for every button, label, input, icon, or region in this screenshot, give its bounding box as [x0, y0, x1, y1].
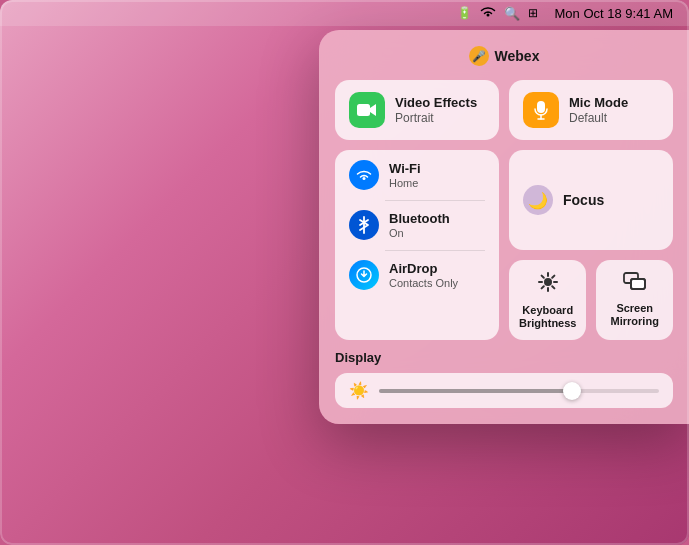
svg-rect-0 — [357, 104, 370, 116]
bluetooth-item[interactable]: Bluetooth On — [335, 200, 499, 250]
airdrop-icon — [355, 266, 373, 284]
video-effects-icon-bg — [349, 92, 385, 128]
middle-row: Wi-Fi Home Bluetooth — [335, 150, 673, 340]
wifi-item[interactable]: Wi-Fi Home — [335, 150, 499, 200]
svg-line-12 — [552, 286, 554, 288]
focus-icon: 🌙 — [523, 185, 553, 215]
bluetooth-title: Bluetooth — [389, 211, 450, 227]
airdrop-subtitle: Contacts Only — [389, 277, 458, 289]
airdrop-icon-bg — [349, 260, 379, 290]
battery-icon: 🔋 — [457, 6, 472, 20]
mic-mode-tile[interactable]: Mic Mode Default — [509, 80, 673, 140]
wifi-title: Wi-Fi — [389, 161, 421, 177]
video-effects-subtitle: Portrait — [395, 111, 477, 125]
brightness-slider-fill — [379, 389, 575, 393]
small-tiles-row: KeyboardBrightness — [509, 260, 673, 340]
keyboard-brightness-tile[interactable]: KeyboardBrightness — [509, 260, 586, 340]
focus-title: Focus — [563, 192, 604, 208]
webex-label: Webex — [495, 48, 540, 64]
brightness-icon: ☀️ — [349, 381, 369, 400]
bluetooth-subtitle: On — [389, 227, 450, 239]
focus-tile[interactable]: 🌙 Focus — [509, 150, 673, 250]
video-effects-title: Video Effects — [395, 95, 477, 111]
control-center-panel: 🎤 Webex Video Effects Portrait — [319, 30, 689, 424]
keyboard-brightness-icon — [536, 270, 560, 300]
airdrop-text: AirDrop Contacts Only — [389, 261, 458, 289]
wifi-menubar-icon[interactable] — [480, 4, 496, 22]
right-column: 🌙 Focus — [509, 150, 673, 340]
top-row: Video Effects Portrait Mic Mode Defaul — [335, 80, 673, 140]
webex-icon: 🎤 — [469, 46, 489, 66]
svg-line-14 — [541, 286, 543, 288]
control-center-icon[interactable]: ⊞ — [528, 6, 538, 20]
keyboard-brightness-label: KeyboardBrightness — [519, 304, 576, 330]
webex-header: 🎤 Webex — [335, 46, 673, 66]
mic-mode-text: Mic Mode Default — [569, 95, 628, 126]
screen-mirroring-icon — [623, 272, 647, 298]
screen-mirroring-label: ScreenMirroring — [611, 302, 659, 328]
bluetooth-text: Bluetooth On — [389, 211, 450, 239]
screen-mirroring-tile[interactable]: ScreenMirroring — [596, 260, 673, 340]
wifi-subtitle: Home — [389, 177, 421, 189]
mic-mode-icon-bg — [523, 92, 559, 128]
video-effects-text: Video Effects Portrait — [395, 95, 477, 126]
display-section: Display ☀️ — [335, 350, 673, 408]
bluetooth-icon-bg — [349, 210, 379, 240]
mic-mode-subtitle: Default — [569, 111, 628, 125]
brightness-slider[interactable] — [379, 389, 659, 393]
wifi-text: Wi-Fi Home — [389, 161, 421, 189]
display-slider-container: ☀️ — [335, 373, 673, 408]
wifi-icon — [349, 160, 379, 190]
airdrop-item[interactable]: AirDrop Contacts Only — [335, 250, 499, 300]
brightness-slider-thumb — [563, 382, 581, 400]
network-stack: Wi-Fi Home Bluetooth — [335, 150, 499, 340]
microphone-icon — [534, 100, 548, 120]
airdrop-title: AirDrop — [389, 261, 458, 277]
search-menubar-icon[interactable]: 🔍 — [504, 6, 520, 21]
display-section-label: Display — [335, 350, 673, 365]
svg-rect-1 — [537, 101, 545, 113]
video-camera-icon — [356, 102, 378, 118]
bluetooth-icon — [358, 216, 370, 234]
mic-mode-title: Mic Mode — [569, 95, 628, 111]
svg-line-11 — [541, 276, 543, 278]
svg-line-13 — [552, 276, 554, 278]
svg-rect-16 — [631, 279, 645, 289]
video-effects-tile[interactable]: Video Effects Portrait — [335, 80, 499, 140]
menubar-time: Mon Oct 18 9:41 AM — [554, 6, 673, 21]
menubar: 🔋 🔍 ⊞ Mon Oct 18 9:41 AM — [0, 0, 689, 26]
svg-point-6 — [544, 278, 552, 286]
